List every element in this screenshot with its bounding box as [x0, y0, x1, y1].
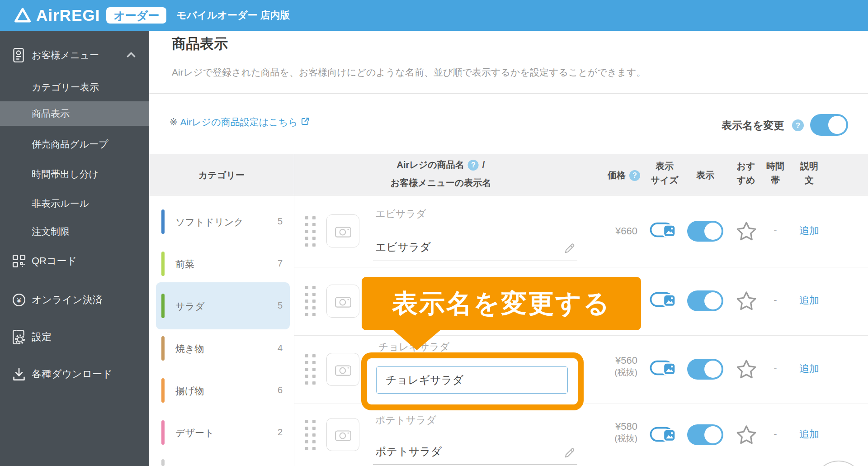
add-description-link[interactable]: 追加 — [791, 362, 827, 376]
airregi-product-name: ポテトサラダ — [375, 414, 436, 427]
callout-pointer — [392, 329, 441, 350]
display-name-input[interactable] — [376, 366, 568, 394]
help-icon[interactable]: ? — [629, 170, 640, 181]
sidebar-item-downloads[interactable]: 各種ダウンロード — [0, 362, 149, 386]
display-size-icon[interactable] — [649, 424, 680, 446]
help-icon[interactable]: ? — [792, 119, 804, 131]
sidebar-item-customer-menu[interactable]: お客様メニュー — [0, 43, 149, 68]
display-size-icon[interactable] — [649, 290, 680, 311]
menu-book-icon — [12, 47, 25, 63]
callout-bubble: 表示名を変更する — [362, 277, 641, 330]
col-header-product-name: Airレジの商品名 ? / — [397, 158, 485, 172]
rename-toggle-label: 表示名を変更 — [722, 119, 784, 133]
add-description-link[interactable]: 追加 — [791, 224, 827, 238]
airregi-settings-link[interactable]: ※ Airレジの商品設定はこちら — [170, 116, 310, 128]
timeband-value: - — [766, 294, 784, 306]
drag-handle[interactable] — [305, 216, 316, 246]
note-prefix: ※ — [170, 117, 178, 128]
app-title: モバイルオーダー 店内版 — [176, 9, 290, 22]
display-name-field[interactable]: エビサラダ — [373, 240, 577, 261]
visible-toggle[interactable] — [687, 290, 723, 311]
category-item-soft-drink[interactable]: ソフトドリンク 5 — [156, 198, 290, 245]
rename-toggle[interactable] — [810, 114, 848, 136]
sidebar: お客様メニュー カテゴリー表示 商品表示 併売商品グループ 時間帯出し分け 非表… — [0, 31, 149, 466]
settings-link-text: Airレジの商品設定はこちら — [180, 116, 298, 128]
category-count: 5 — [269, 300, 283, 311]
airregi-logo-icon[interactable] — [14, 7, 32, 24]
sidebar-item-label: 時間帯出し分け — [0, 168, 99, 181]
col-header-visible: 表示 — [696, 168, 714, 182]
help-icon[interactable]: ? — [468, 160, 479, 171]
visible-toggle[interactable] — [687, 424, 723, 445]
svg-text:¥: ¥ — [17, 296, 21, 304]
category-count: 4 — [269, 343, 283, 353]
col-header-price: 価格 ? — [608, 168, 640, 182]
sidebar-item-label: 注文制限 — [0, 225, 70, 238]
sidebar-item-online-payment[interactable]: ¥ オンライン決済 — [0, 288, 149, 312]
section-divider — [149, 93, 868, 94]
recommend-star-icon[interactable] — [734, 290, 759, 315]
drag-handle[interactable] — [305, 286, 316, 316]
drag-handle[interactable] — [305, 354, 316, 384]
category-item-appetizer[interactable]: 前菜 7 — [156, 240, 290, 287]
recommend-star-icon[interactable] — [734, 358, 759, 383]
category-item-salad[interactable]: サラダ 5 — [156, 282, 290, 329]
timeband-value: - — [766, 224, 784, 236]
product-price: ¥560 (税抜) — [574, 355, 637, 378]
edit-pencil-icon[interactable] — [563, 243, 576, 257]
sidebar-item-qr-code[interactable]: QRコード — [0, 249, 149, 273]
product-row: エビサラダ エビサラダ ¥660 - — [294, 195, 868, 267]
sidebar-item-bundle-group[interactable]: 併売商品グループ — [0, 133, 149, 156]
product-photo-placeholder[interactable] — [326, 353, 359, 386]
callout-text: 表示名を変更する — [392, 286, 611, 321]
category-item-dessert[interactable]: デザート 2 — [156, 409, 290, 456]
sidebar-item-hidden-rules[interactable]: 非表示ルール — [0, 192, 149, 215]
table-header — [149, 154, 868, 195]
category-color-bar — [161, 252, 165, 276]
timeband-value: - — [766, 362, 784, 374]
category-color-bar — [161, 336, 165, 361]
sidebar-item-product-display[interactable]: 商品表示 — [0, 101, 149, 126]
add-description-link[interactable]: 追加 — [791, 428, 827, 441]
page-description: Airレジで登録された商品を、お客様向けにどのような名前、並び順で表示するかを設… — [172, 66, 646, 79]
category-color-bar — [161, 378, 165, 403]
product-row: ポテトサラダ ポテトサラダ ¥580 (税抜) — [294, 404, 868, 466]
sidebar-item-label: 併売商品グループ — [0, 138, 108, 151]
product-photo-placeholder[interactable] — [326, 418, 359, 451]
category-count: 2 — [269, 427, 283, 437]
edit-pencil-icon[interactable] — [563, 447, 576, 461]
airregi-product-name: エビサラダ — [375, 207, 426, 221]
order-badge: オーダー — [106, 7, 166, 24]
visible-toggle[interactable] — [687, 359, 723, 380]
recommend-star-icon[interactable] — [734, 423, 759, 449]
sidebar-item-order-limit[interactable]: 注文制限 — [0, 220, 149, 243]
sidebar-item-timeband-rules[interactable]: 時間帯出し分け — [0, 163, 149, 185]
category-item-grilled[interactable]: 焼き物 4 — [156, 325, 290, 372]
drag-handle[interactable] — [305, 420, 316, 450]
category-color-bar — [161, 209, 165, 234]
col-header-timeband: 時間帯 — [766, 159, 784, 187]
sidebar-item-settings[interactable]: 設定 — [0, 325, 149, 349]
recommend-star-icon[interactable] — [734, 220, 759, 245]
category-item-fried[interactable]: 揚げ物 6 — [156, 367, 290, 414]
sidebar-collapse-button[interactable]: « — [125, 464, 134, 466]
col-header-description: 説明文 — [800, 159, 818, 187]
product-price: ¥580 (税抜) — [574, 421, 637, 444]
external-link-icon — [301, 117, 310, 128]
product-price: ¥660 — [574, 225, 637, 237]
display-size-icon[interactable] — [649, 358, 680, 380]
add-description-link[interactable]: 追加 — [791, 294, 827, 307]
highlight-frame — [361, 352, 584, 410]
product-photo-placeholder[interactable] — [326, 285, 359, 318]
sidebar-item-category-display[interactable]: カテゴリー表示 — [0, 76, 149, 99]
col-header-recommend: おすすめ — [737, 159, 755, 187]
display-size-icon[interactable] — [649, 220, 680, 242]
category-color-bar — [161, 294, 165, 318]
chevron-up-icon — [127, 51, 136, 59]
display-name-field[interactable]: ポテトサラダ — [373, 444, 577, 465]
page-title: 商品表示 — [172, 34, 228, 53]
product-photo-placeholder[interactable] — [326, 214, 359, 247]
visible-toggle[interactable] — [687, 221, 723, 242]
category-count: 7 — [269, 258, 283, 269]
sidebar-item-label: 商品表示 — [0, 107, 70, 120]
